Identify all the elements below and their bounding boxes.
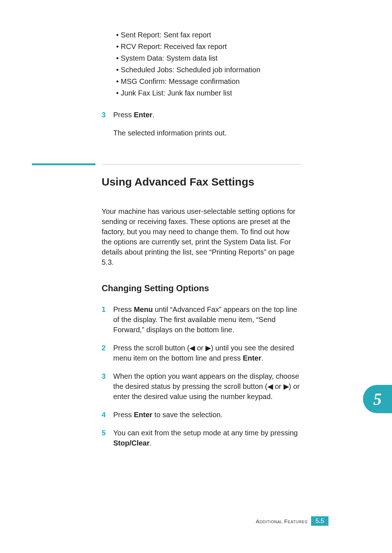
step-number: 3 (102, 110, 113, 120)
step-text-bold: Stop/Clear (113, 439, 150, 447)
step-row: 2Press the scroll button (◀ or ▶) until … (102, 343, 301, 363)
step-text-bold: Enter (243, 354, 261, 362)
intro-paragraph: Your machine has various user-selectable… (102, 206, 301, 267)
step-text: . (152, 111, 155, 119)
footer-section-label: Additional Features (256, 518, 308, 524)
step-text: Press (113, 411, 134, 419)
bullet-item: Scheduled Jobs: Scheduled job informatio… (116, 64, 301, 76)
bullet-item: MSG Confirm: Message confirmation (116, 76, 301, 87)
chapter-number: 5 (373, 390, 382, 409)
step-body: Press Enter to save the selection. (113, 410, 301, 420)
step-body: Press Enter. (113, 110, 301, 120)
step-text: When the option you want appears on the … (113, 372, 300, 400)
step-row: 3When the option you want appears on the… (102, 371, 301, 402)
step-number: 3 (102, 371, 113, 402)
step-body: When the option you want appears on the … (113, 371, 301, 402)
steps-list: 1Press Menu until “Advanced Fax” appears… (102, 304, 301, 448)
step-text: . (261, 354, 264, 362)
step-text-bold: Enter (134, 411, 152, 419)
step-row: 3 Press Enter. (102, 110, 301, 120)
step-body: Press the scroll button (◀ or ▶) until y… (113, 343, 301, 363)
footer-page-number: 5.5 (311, 516, 328, 526)
step-number: 2 (102, 343, 113, 363)
page: Sent Report: Sent fax report RCV Report:… (0, 0, 392, 553)
bullet-item: Sent Report: Sent fax report (116, 29, 301, 41)
chapter-tab: 5 (363, 385, 392, 413)
step-text: Press the scroll button (◀ or ▶) until y… (113, 344, 294, 362)
step-number: 1 (102, 304, 113, 335)
step-sub-text: The selected information prints out. (113, 128, 301, 138)
content-column: Sent Report: Sent fax report RCV Report:… (102, 29, 301, 456)
step-number: 5 (102, 428, 113, 448)
step-row: 4Press Enter to save the selection. (102, 410, 301, 420)
step-row: 5You can exit from the setup mode at any… (102, 428, 301, 448)
step-row: 1Press Menu until “Advanced Fax” appears… (102, 304, 301, 335)
step-body: You can exit from the setup mode at any … (113, 428, 301, 448)
step-text-bold: Enter (134, 111, 152, 119)
step-text: Press (113, 111, 134, 119)
step-text: . (150, 439, 152, 447)
section-heading: Using Advanced Fax Settings (102, 175, 301, 189)
bullet-item: RCV Report: Received fax report (116, 41, 301, 52)
divider-accent (32, 163, 95, 165)
footer-page-major: 5 (315, 517, 319, 524)
step-text-bold: Menu (134, 305, 153, 313)
footer-page-minor: 5 (321, 517, 324, 524)
divider-line (102, 164, 301, 164)
step-text: You can exit from the setup mode at any … (113, 429, 298, 437)
section-divider (102, 163, 301, 165)
step-text: to save the selection. (152, 411, 222, 419)
step-text: Press (113, 305, 134, 313)
subsection-heading: Changing Setting Options (102, 283, 301, 293)
bullet-item: Junk Fax List: Junk fax number list (116, 87, 301, 99)
step-number: 4 (102, 410, 113, 420)
bullet-list: Sent Report: Sent fax report RCV Report:… (116, 29, 301, 99)
bullet-item: System Data: System data list (116, 52, 301, 64)
page-footer: Additional Features 5.5 (256, 516, 328, 526)
step-body: Press Menu until “Advanced Fax” appears … (113, 304, 301, 335)
